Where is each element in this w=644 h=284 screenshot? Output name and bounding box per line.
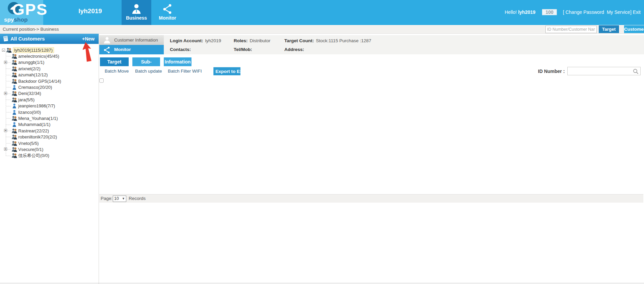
global-search-input[interactable] [545,26,597,33]
tree-item-label: Deni(32/34) [18,91,41,96]
tree-item[interactable]: +Vsecure(0/1) [6,146,99,152]
greeting: Hello! [505,9,517,15]
tree-item-label: Muhammad(1/1) [18,122,50,127]
batch-update-link[interactable]: Batch update [135,69,162,74]
collapse-minus-icon[interactable]: - [2,49,5,52]
contacts-label: Contacts: [170,47,191,52]
tree-item-label: jara(5/5) [18,97,34,102]
tab-target[interactable]: Target [100,57,129,66]
customer-sidebar: All Customers +New -lyh2019(1115/1287) a… [0,34,99,284]
records-label: Records [129,195,146,203]
chevron-down-icon: ▼ [122,196,125,202]
tree-item[interactable]: -lyh2019(1115/1287) [2,47,99,53]
tel-mob-label: Tel/Mob: [234,47,252,52]
tab-monitor[interactable]: Monitor [99,45,164,54]
my-service-link[interactable]: My Service [607,9,630,15]
group-icon [11,72,17,77]
tree-item[interactable]: Vneto(5/5) [6,140,99,146]
group-icon [11,134,17,139]
batch-filter-wifi-link[interactable]: Batch Filter WIFI [168,69,202,74]
nav-tab-business[interactable]: Business [122,0,151,25]
info-column-2: Roles:Distributor Tel/Mob: [234,36,271,54]
tree-item[interactable]: +Deni(32/34) [6,91,99,97]
user-icon [11,122,17,127]
tab-customer-information-label: Customer Information [114,37,158,43]
page-size-value: 10 [114,196,119,201]
group-icon [11,66,17,71]
group-icon [11,54,17,59]
logo-sub-spy: spy [4,17,14,23]
sidebar-header: All Customers +New [0,34,99,44]
tab-monitor-label: Monitor [114,47,131,52]
user-icon [11,110,17,115]
monitor-share-icon [162,3,173,15]
bracket-close: ] [630,9,632,15]
tree-item[interactable]: arixnet(2/2) [6,66,99,72]
export-to-excel-button[interactable]: Export to Exc [213,67,240,75]
breadcrumb: Current position-> Business [3,25,59,33]
business-person-icon [131,3,141,15]
roles-value: Distributor [250,38,271,43]
tree-item-label: Backdoor GPS(14/14) [18,79,61,84]
app-header: GPS spyshop lyh2019 Business Monitor [0,0,644,25]
tree-item[interactable]: Backdoor GPS(14/14) [6,78,99,84]
tree-item[interactable]: amelectronics(45/45) [6,53,99,59]
tree-item[interactable]: Cremasco(20/20) [6,84,99,90]
expand-plus-icon[interactable]: + [4,61,7,64]
roles-label: Roles: [234,38,248,43]
tree-item-label: Cremasco(20/20) [18,85,52,90]
tree-item[interactable]: 佳乐希公司(0/0) [6,153,99,159]
tree-item[interactable]: robeniltonlk720(2/2) [6,134,99,140]
tree-item-label: lyh2019(1115/1287) [13,47,54,53]
sidebar-title: All Customers [10,34,45,44]
tree-item-label: Vsecure(0/1) [18,147,43,152]
tree-item[interactable]: jeanpiero1986(7/7) [6,103,99,109]
new-customer-link[interactable]: +New [82,34,95,44]
tree-item[interactable]: jara(5/5) [6,97,99,103]
group-icon [6,48,12,53]
expand-plus-icon[interactable]: + [4,148,7,151]
page-size-label: Page: [101,195,112,203]
nav-tab-monitor[interactable]: Monitor [153,0,182,25]
tab-customer-information[interactable]: Customer Information [99,35,164,45]
customer-side-tabs: Customer Information Monitor [99,35,164,54]
search-customer-button[interactable]: Customer [624,25,644,33]
batch-move-link[interactable]: Batch Move [105,69,129,74]
group-icon [11,79,17,84]
document-icon [3,36,9,42]
exit-link[interactable]: Exit [633,9,641,15]
header-user-area: Hello! lyh2019 100 [ Change Password My … [505,9,641,15]
logo-sub-shop: shop [14,17,28,23]
tree-item-label: Vneto(5/5) [18,141,39,146]
group-icon [11,97,17,102]
tree-item[interactable]: +anunggb(1/1) [6,59,99,66]
group-icon [11,116,17,121]
search-icon[interactable] [633,69,639,74]
tree-item[interactable]: Mena_Youhana(1/1) [6,115,99,121]
tree-item[interactable]: lizanco(0/0) [6,109,99,115]
table-header-row [99,77,643,83]
tree-item-label: robeniltonlk720(2/2) [18,134,57,139]
address-label: Address: [284,47,304,52]
tree-item[interactable]: azumah(12/12) [6,72,99,78]
tab-sub-account[interactable]: Sub-account [132,57,160,66]
group-icon [11,141,17,146]
login-account-value: lyh2019 [205,38,221,43]
page-size-select[interactable]: 10 ▼ [113,196,126,202]
id-number-input[interactable] [568,67,632,75]
select-all-checkbox[interactable] [99,78,104,83]
search-target-button[interactable]: Target [599,25,619,33]
change-password-link[interactable]: Change Password [565,9,604,15]
page-bottom-edge [0,283,644,283]
tree-item-label: azumah(12/12) [18,72,48,77]
brand-logo[interactable]: GPS spyshop [0,0,43,25]
tree-item[interactable]: Muhammad(1/1) [6,122,99,128]
expand-plus-icon[interactable]: + [4,92,7,95]
tab-information[interactable]: Information [164,57,191,66]
gps-admin-app: GPS spyshop lyh2019 Business Monitor [0,0,644,284]
expand-plus-icon[interactable]: + [4,129,7,132]
tree-item[interactable]: +Rastrear(22/22) [6,128,99,134]
targets-table [99,77,643,83]
tree-children-container: amelectronics(45/45)+anunggb(1/1)arixnet… [6,53,99,159]
page-size-bar: Page: 10 ▼ Records [99,194,643,203]
